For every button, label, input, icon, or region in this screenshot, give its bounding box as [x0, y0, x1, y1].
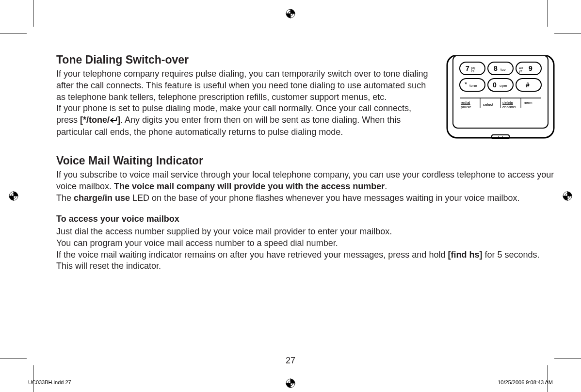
subheading-access-mailbox: To access your voice mailbox [56, 213, 556, 225]
text-run: [*/tone/ [80, 115, 110, 125]
body-text: If you subscribe to voice mail service t… [56, 169, 556, 272]
footer-filename: UC033BH.indd 27 [28, 379, 71, 385]
svg-text:pause: pause [461, 105, 471, 109]
text-run: LED on the base of your phone flashes wh… [130, 193, 519, 203]
paragraph: You can program your voice mail access n… [56, 238, 556, 249]
paragraph: If your phone is set to pulse dialing mo… [56, 103, 430, 138]
registration-mark-icon [563, 191, 572, 201]
text-run: . [385, 181, 387, 191]
svg-text:tuv: tuv [500, 67, 506, 72]
registration-mark-icon [286, 9, 295, 18]
crop-mark [0, 33, 27, 33]
svg-text:9: 9 [529, 65, 533, 72]
heading-tone-dialing: Tone Dialing Switch-over [56, 53, 430, 66]
section-voice-mail: Voice Mail Waiting Indicator If you subs… [56, 154, 556, 272]
paragraph: If you subscribe to voice mail service t… [56, 169, 556, 193]
svg-text:yz: yz [519, 69, 523, 73]
section-tone-dialing: Tone Dialing Switch-over If your telepho… [56, 53, 430, 138]
paragraph: If your telephone company requires pulse… [56, 68, 430, 103]
svg-text:#: # [526, 81, 530, 89]
svg-text:*: * [465, 81, 467, 88]
print-footer: UC033BH.indd 27 10/25/2006 9:08:43 AM [28, 379, 553, 385]
text-run: If the voice mail waiting indicator rema… [56, 250, 448, 260]
svg-text:0: 0 [493, 81, 497, 89]
key-label: [find hs] [448, 250, 482, 260]
svg-text:7: 7 [466, 65, 469, 72]
crop-mark [554, 33, 581, 33]
paragraph: If the voice mail waiting indicator rema… [56, 249, 556, 273]
svg-text:tone: tone [469, 83, 477, 88]
text-run: The [56, 193, 74, 203]
key-label: [*/tone/] [80, 115, 120, 125]
footer-timestamp: 10/25/2006 9:08:43 AM [498, 379, 553, 385]
phone-keypad-illustration: 7pqrs 8tuv wxyz9 *tone 0oper # redial pa… [445, 55, 556, 143]
svg-text:redial: redial [461, 100, 470, 105]
page-number: 27 [0, 356, 581, 366]
registration-mark-icon [9, 191, 18, 201]
svg-text:rs: rs [471, 69, 474, 73]
paragraph: Just dial the access number supplied by … [56, 226, 556, 238]
text-run-bold: The voice mail company will provide you … [114, 181, 385, 191]
crop-mark [33, 0, 33, 27]
svg-text:oper: oper [500, 83, 507, 88]
svg-text:channel: channel [502, 105, 516, 109]
page-content: 7pqrs 8tuv wxyz9 *tone 0oper # redial pa… [56, 53, 556, 272]
svg-text:8: 8 [494, 65, 498, 72]
svg-text:delete: delete [502, 100, 513, 105]
paragraph: The charge/in use LED on the base of you… [56, 193, 556, 204]
svg-text:wx: wx [518, 66, 523, 69]
body-text: If your telephone company requires pulse… [56, 68, 430, 138]
back-arrow-icon [110, 115, 117, 127]
svg-text:mem: mem [524, 100, 533, 105]
crop-mark [548, 365, 548, 392]
svg-text:select: select [483, 102, 494, 107]
text-run-bold: charge/in use [74, 193, 130, 203]
heading-voice-mail: Voice Mail Waiting Indicator [56, 154, 556, 167]
crop-mark [548, 0, 548, 27]
crop-mark [33, 365, 33, 392]
